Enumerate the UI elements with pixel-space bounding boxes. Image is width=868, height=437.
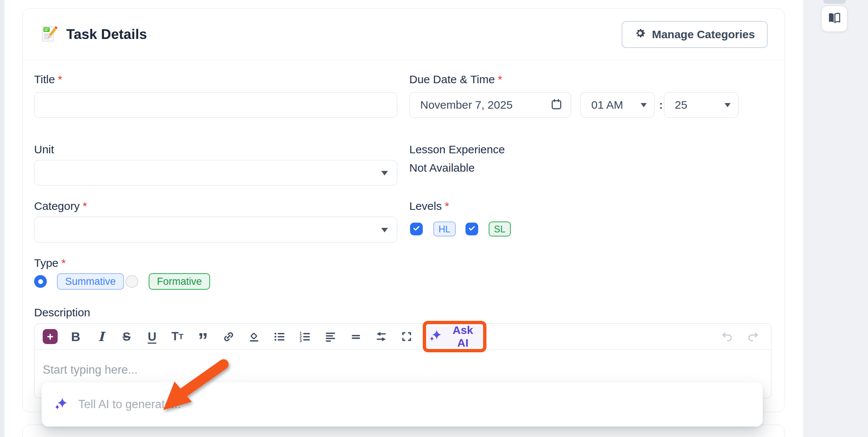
open-book-icon	[827, 11, 841, 27]
type-label: Type*	[34, 257, 66, 269]
highlight-icon[interactable]	[246, 331, 262, 343]
description-placeholder: Start typing here...	[43, 363, 137, 377]
hour-value: 01 AM	[591, 99, 623, 111]
memo-icon	[39, 24, 58, 45]
check-icon	[412, 224, 421, 234]
level-sl-badge: SL	[489, 221, 511, 236]
manage-categories-button[interactable]: Manage Categories	[622, 21, 768, 48]
levels-label: Levels*	[409, 200, 449, 213]
reader-button[interactable]	[821, 6, 847, 32]
check-icon	[468, 224, 476, 234]
lesson-experience-value: Not Available	[409, 162, 475, 174]
insert-plus-icon[interactable]: +	[43, 329, 58, 344]
gear-icon	[634, 27, 646, 42]
blockquote-icon[interactable]: ”	[195, 329, 211, 344]
unit-label: Unit	[34, 143, 54, 156]
bold-icon[interactable]: B	[67, 329, 84, 344]
ai-prompt-input[interactable]	[78, 397, 750, 412]
minute-select[interactable]: 25	[664, 92, 738, 118]
svg-text:3: 3	[300, 338, 302, 343]
type-formative-badge: Formative	[149, 273, 210, 290]
title-input[interactable]	[34, 92, 397, 118]
level-hl-checkbox[interactable]	[410, 223, 423, 235]
unit-select[interactable]	[34, 160, 397, 186]
time-separator: :	[659, 99, 663, 111]
page-left-margin	[0, 0, 4, 437]
hour-select[interactable]: 01 AM	[580, 92, 655, 118]
page-title: Task Details	[66, 27, 147, 42]
redo-icon[interactable]	[745, 330, 761, 344]
ask-ai-wrap: Ask AI	[427, 326, 482, 347]
due-date-label: Due Date & Time*	[409, 73, 502, 86]
type-summative-badge: Summative	[57, 273, 124, 290]
description-label: Description	[34, 306, 90, 319]
caret-down-icon	[641, 103, 647, 107]
level-hl-badge: HL	[433, 221, 456, 236]
editor-toolbar: + B I S U TT ”	[34, 324, 771, 350]
sparkles-icon	[54, 397, 68, 412]
due-date-input[interactable]: November 7, 2025	[409, 92, 571, 118]
caret-down-icon	[381, 171, 388, 175]
right-side-panel	[803, 0, 868, 437]
swap-arrows-icon[interactable]	[373, 330, 389, 343]
category-select[interactable]	[34, 217, 397, 242]
undo-icon[interactable]	[719, 330, 735, 344]
calendar-icon[interactable]	[550, 98, 562, 112]
required-marker: *	[498, 73, 502, 85]
manage-categories-label: Manage Categories	[652, 28, 755, 41]
bullet-list-icon[interactable]	[271, 331, 288, 343]
ask-ai-button[interactable]: Ask AI	[427, 326, 482, 347]
ordered-list-icon[interactable]: 1 2 3	[297, 331, 313, 343]
minute-value: 25	[675, 99, 687, 111]
italic-icon[interactable]: I	[93, 329, 109, 344]
lesson-experience-label: Lesson Experience	[409, 143, 505, 156]
level-sl-checkbox[interactable]	[465, 223, 478, 235]
text-size-icon[interactable]: TT	[169, 330, 186, 343]
task-details-card: Task Details Manage Categories Title* Du…	[22, 8, 784, 412]
caret-down-icon	[725, 103, 731, 107]
due-date-value: November 7, 2025	[420, 99, 513, 111]
fullscreen-icon[interactable]	[398, 331, 415, 342]
title-label: Title*	[34, 73, 62, 86]
caret-down-icon	[381, 228, 388, 232]
underline-icon[interactable]: U	[144, 330, 160, 344]
align-center-icon[interactable]	[347, 331, 364, 343]
card-header: Task Details Manage Categories	[23, 9, 784, 60]
panel-button-stub	[823, 0, 846, 4]
sparkles-icon	[429, 329, 442, 344]
link-icon[interactable]	[220, 331, 237, 343]
required-marker: *	[83, 200, 87, 212]
category-label: Category*	[34, 200, 87, 213]
align-left-icon[interactable]	[322, 331, 339, 343]
ask-ai-label: Ask AI	[446, 324, 480, 349]
type-summative-radio[interactable]	[34, 275, 47, 288]
required-marker: *	[58, 73, 63, 85]
required-marker: *	[445, 200, 449, 212]
required-marker: *	[61, 257, 66, 269]
type-formative-radio[interactable]	[125, 275, 138, 288]
ai-prompt-card	[42, 382, 763, 427]
strikethrough-icon[interactable]: S	[118, 330, 135, 344]
